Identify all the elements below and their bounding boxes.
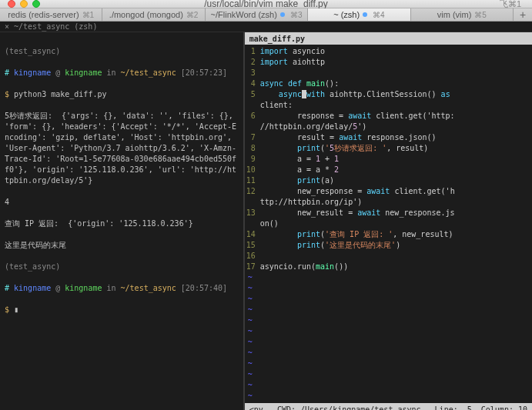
tab-hotkey: ⌘1 <box>82 11 95 19</box>
zoom-icon[interactable] <box>32 0 40 8</box>
traffic-lights <box>0 0 40 8</box>
output-line: 4 <box>5 198 9 206</box>
tab-label: ~ (zsh) <box>333 10 360 19</box>
output-line: 查询 IP 返回: {'origin': '125.118.0.236'} <box>5 219 193 228</box>
vim-editor-body[interactable]: 1import asyncio2import aiohttp3 4async d… <box>245 45 532 403</box>
terminal-pane-left[interactable]: (test_async) # kingname @ kingname in ~/… <box>0 32 243 410</box>
cursor-block: ▮ <box>14 305 18 314</box>
prompt-host: kingname <box>65 284 102 292</box>
tmux-status-bar: × ~/test_async (zsh) <box>0 22 532 32</box>
prompt-dollar: $ <box>5 305 14 314</box>
minimize-icon[interactable] <box>20 0 28 8</box>
prompt-in: in <box>102 68 120 77</box>
vim-pane-right[interactable]: make_diff.py 1import asyncio2import aioh… <box>243 32 532 410</box>
cmd-python: python3 make_diff.py <box>14 90 106 98</box>
vim-statusline: <py CWD: /Users/kingname/test_async Line… <box>245 403 532 410</box>
prompt-at: @ <box>51 68 65 77</box>
output-json: 5秒请求返回: {'args': {}, 'data': '', 'files'… <box>5 112 238 185</box>
tab-hotkey: ⌘2 <box>186 11 199 19</box>
prompt-dollar: $ <box>5 90 14 98</box>
venv-badge: (test_async) <box>5 262 60 271</box>
dirty-indicator-icon <box>363 12 367 17</box>
prompt-host: kingname <box>65 68 102 77</box>
tab-mongod[interactable]: ./mongod (mongod) ⌘2 <box>102 8 205 21</box>
tab-label: ./mongod (mongod) <box>109 10 183 19</box>
prompt-time: [20:57:23] <box>176 68 227 77</box>
output-line: 这里是代码的末尾 <box>5 241 66 249</box>
tab-hotkey: ⌘4 <box>373 11 385 19</box>
tab-label: ~/FlinkWord (zsh) <box>211 10 277 19</box>
tab-redis[interactable]: redis (redis-server) ⌘1 <box>0 8 102 21</box>
prompt-user: kingname <box>14 68 51 77</box>
prompt-hash: # <box>5 68 14 77</box>
vim-buffer-name: make_diff.py <box>245 32 532 45</box>
tab-home-zsh[interactable]: ~ (zsh) ⌘4 <box>308 8 410 21</box>
tmux-status-text: × ~/test_async (zsh) <box>5 22 97 31</box>
prompt-path: ~/test_async <box>121 68 176 77</box>
tab-label: redis (redis-server) <box>8 10 79 19</box>
tab-flinkword[interactable]: ~/FlinkWord (zsh) ⌘3 <box>206 8 308 21</box>
tab-hotkey: ⌘3 <box>290 11 303 19</box>
split-panes: (test_async) # kingname @ kingname in ~/… <box>0 32 532 410</box>
prompt-in: in <box>102 284 120 292</box>
tab-label: vim (vim) <box>437 10 472 19</box>
venv-badge: (test_async) <box>5 47 60 55</box>
prompt-hash: # <box>5 284 14 292</box>
prompt-at: @ <box>51 284 65 292</box>
window-titlebar: /usr/local/bin/vim make_diff.py 飞⌘1 <box>0 0 532 8</box>
tab-bar: redis (redis-server) ⌘1 ./mongod (mongod… <box>0 8 532 22</box>
prompt-time: [20:57:40] <box>176 284 227 292</box>
prompt-path: ~/test_async <box>121 284 176 292</box>
dirty-indicator-icon <box>280 12 285 17</box>
tab-vim[interactable]: vim (vim) ⌘5 <box>411 8 514 21</box>
new-tab-button[interactable]: + <box>514 8 532 21</box>
close-icon[interactable] <box>8 0 15 8</box>
prompt-user: kingname <box>14 284 51 292</box>
tab-hotkey: ⌘5 <box>474 11 487 19</box>
vim-filename: make_diff.py <box>249 35 305 43</box>
vim-status-text: <py CWD: /Users/kingname/test_async Line… <box>249 405 527 411</box>
